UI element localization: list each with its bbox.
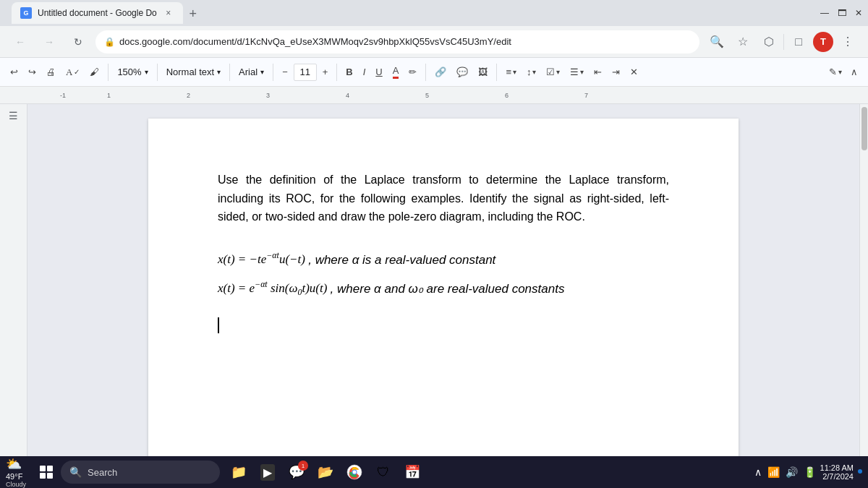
taskbar-app-calendar[interactable]: 📅 [399, 459, 425, 485]
profile-button[interactable]: T [813, 32, 833, 52]
scroll-thumb[interactable] [861, 107, 867, 150]
weather-widget[interactable]: ⛅ 49°F Cloudy [6, 456, 26, 488]
taskbar-search[interactable]: 🔍 Search [61, 461, 220, 484]
undo-button[interactable]: ↩ [6, 62, 22, 82]
bold-button[interactable]: B [341, 62, 357, 82]
back-button[interactable]: ← [9, 30, 32, 53]
maximize-button[interactable]: 🗖 [838, 8, 846, 18]
cursor-area [218, 317, 669, 333]
browser-menu-button[interactable]: ⋮ [836, 30, 859, 53]
edit-mode-button[interactable]: ✎ ▾ [825, 62, 846, 82]
taskbar-app-chrome[interactable] [341, 459, 367, 485]
equation-2-math: x(t) = e−αt sin(ω0t)u(t) [218, 281, 331, 295]
spellcheck-button[interactable]: A ✓ [61, 62, 84, 82]
close-tab-button[interactable]: × [163, 7, 174, 19]
win-logo-q3 [40, 473, 46, 479]
new-tab-button[interactable]: + [183, 4, 203, 24]
indent-more-icon: ⇥ [612, 67, 620, 77]
network-icon[interactable]: 📶 [767, 466, 780, 478]
sep5 [336, 64, 337, 81]
line-spacing-button[interactable]: ↕ ▾ [522, 62, 541, 82]
sound-icon[interactable]: 🔊 [786, 466, 798, 478]
print-button[interactable]: 🖨 [42, 62, 60, 82]
start-button[interactable] [35, 461, 58, 484]
title-bar: G Untitled document - Google Do × + — 🗖 … [0, 0, 868, 26]
url-bar[interactable]: 🔒 docs.google.com/document/d/1KcNvQa_eUs… [95, 30, 699, 53]
notification-area[interactable] [858, 469, 862, 475]
font-size-decrease-button[interactable]: − [278, 62, 292, 82]
back-icon: ← [15, 36, 25, 48]
refresh-button[interactable]: ↻ [67, 30, 90, 53]
cl-chevron: ▾ [556, 68, 560, 76]
svg-point-2 [353, 471, 357, 474]
font-value: Arial [239, 67, 258, 77]
align-button[interactable]: ≡ ▾ [501, 62, 521, 82]
taskbar-clock[interactable]: 11:28 AM 2/7/2024 [820, 463, 854, 481]
indent-less-button[interactable]: ⇤ [590, 62, 606, 82]
forward-button[interactable]: → [38, 30, 61, 53]
share-icon: ⬡ [764, 35, 774, 48]
taskbar-app-chat[interactable]: 💬 1 [284, 459, 310, 485]
clear-format-button[interactable]: ✕ [626, 62, 642, 82]
outline-icon[interactable]: ☰ [9, 110, 18, 121]
chevron-up-icon[interactable]: ∧ [754, 466, 762, 478]
comment-button[interactable]: 💬 [452, 62, 472, 82]
equation-1: x(t) = −te−αtu(−t) , where α is a real-v… [218, 249, 669, 270]
zoom-select[interactable]: 150% ▾ [113, 62, 152, 82]
taskbar-app-files[interactable]: 📂 [312, 459, 339, 485]
taskbar-search-text: Search [88, 467, 117, 478]
taskbar-app-terminal[interactable]: ▶ [255, 459, 281, 485]
paragraph-text: Use the definition of the Laplace transf… [218, 174, 669, 223]
scroll-bar[interactable] [859, 104, 868, 456]
checklist-button[interactable]: ☑ ▾ [542, 62, 564, 82]
battery-icon[interactable]: 🔋 [804, 466, 816, 478]
image-button[interactable]: 🖼 [474, 62, 492, 82]
increase-icon: + [323, 67, 328, 77]
italic-button[interactable]: I [359, 62, 370, 82]
font-size-display[interactable]: 11 [294, 64, 317, 81]
link-button[interactable]: 🔗 [430, 62, 451, 82]
ruler: -1 1 2 3 4 5 6 7 [0, 87, 868, 104]
equation-2: x(t) = e−αt sin(ω0t)u(t) , where α and ω… [218, 278, 669, 300]
font-select[interactable]: Arial ▾ [234, 62, 268, 82]
share-button[interactable]: ⬡ [757, 30, 780, 53]
url-text: docs.google.com/document/d/1KcNvQa_eUseX… [119, 36, 691, 47]
clock-time: 11:28 AM [820, 463, 854, 472]
doc-canvas-area[interactable]: Use the definition of the Laplace transf… [27, 104, 859, 456]
align-icon: ≡ [506, 67, 511, 77]
bookmark-button[interactable]: ☆ [731, 30, 754, 53]
font-size-increase-button[interactable]: + [318, 62, 333, 82]
list-button[interactable]: ☰ ▾ [566, 62, 588, 82]
collapse-toolbar-button[interactable]: ∧ [846, 62, 862, 82]
doc-page[interactable]: Use the definition of the Laplace transf… [148, 119, 739, 456]
system-tray: ∧ 📶 🔊 🔋 [754, 466, 816, 478]
docs-toolbar: ↩ ↪ 🖨 A ✓ 🖌 150% ▾ Normal text ▾ Arial ▾… [0, 58, 868, 87]
close-window-button[interactable]: ✕ [855, 8, 862, 18]
sidebar-button[interactable]: □ [787, 30, 810, 53]
redo-button[interactable]: ↪ [24, 62, 41, 82]
paint-format-button[interactable]: 🖌 [85, 62, 103, 82]
terminal-icon: ▶ [260, 464, 275, 481]
underline-button[interactable]: U [371, 62, 386, 82]
toolbar-right-section: ✎ ▾ ∧ [825, 62, 862, 82]
search-browser-button[interactable]: 🔍 [705, 30, 728, 53]
ruler-mark-7: 7 [584, 92, 588, 99]
text-color-button[interactable]: A [388, 62, 404, 82]
refresh-icon: ↻ [74, 36, 82, 48]
weather-desc: Cloudy [6, 481, 26, 488]
highlight-button[interactable]: ✏ [404, 62, 421, 82]
style-select[interactable]: Normal text ▾ [162, 62, 225, 82]
taskbar-app-shield[interactable]: 🛡 [370, 459, 396, 485]
shield-icon: 🛡 [377, 465, 390, 480]
active-tab[interactable]: G Untitled document - Google Do × [12, 2, 183, 24]
redo-icon: ↪ [28, 67, 36, 77]
indent-more-button[interactable]: ⇥ [608, 62, 624, 82]
checklist-icon: ☑ [546, 67, 555, 77]
font-chevron: ▾ [260, 68, 264, 76]
doc-content: Use the definition of the Laplace transf… [218, 171, 669, 333]
doc-paragraph: Use the definition of the Laplace transf… [218, 171, 669, 226]
taskbar-app-explorer[interactable]: 📁 [226, 459, 252, 485]
win-logo-q1 [40, 466, 46, 471]
clock-date: 2/7/2024 [822, 472, 854, 481]
minimize-button[interactable]: — [820, 8, 829, 18]
